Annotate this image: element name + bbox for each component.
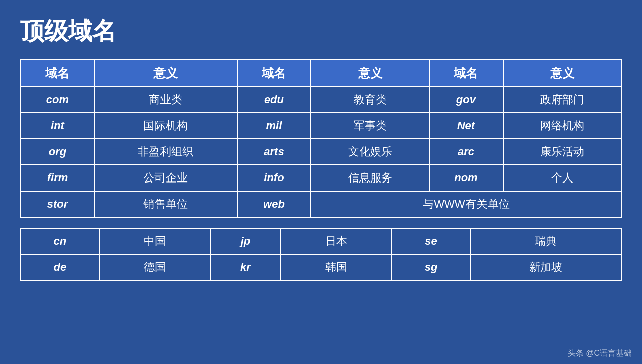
- country-domain-cell: se: [392, 228, 470, 254]
- col-header-domain2: 域名: [237, 60, 311, 87]
- meaning-cell: 个人: [503, 165, 621, 191]
- domain-cell: arts: [237, 139, 311, 165]
- domain-cell: stor: [21, 191, 94, 217]
- table-row: stor销售单位web与WWW有关单位: [21, 191, 621, 217]
- domain-cell: web: [237, 191, 311, 217]
- country-domain-cell: de: [21, 254, 99, 280]
- domain-cell: edu: [237, 87, 311, 113]
- tld-table: 域名 意义 域名 意义 域名 意义 com商业类edu教育类gov政府部门int…: [20, 59, 622, 218]
- col-header-domain1: 域名: [21, 60, 94, 87]
- main-table-container: 域名 意义 域名 意义 域名 意义 com商业类edu教育类gov政府部门int…: [20, 59, 622, 218]
- meaning-cell: 文化娱乐: [311, 139, 429, 165]
- meaning-cell: 销售单位: [94, 191, 237, 217]
- domain-cell: org: [21, 139, 94, 165]
- domain-cell: int: [21, 113, 94, 139]
- meaning-cell: 非盈利组织: [94, 139, 237, 165]
- domain-cell: info: [237, 165, 311, 191]
- meaning-cell: 信息服务: [311, 165, 429, 191]
- domain-cell: mil: [237, 113, 311, 139]
- domain-cell: com: [21, 87, 94, 113]
- country-domain-cell: jp: [211, 228, 280, 254]
- country-domain-cell: cn: [21, 228, 99, 254]
- meaning-cell: 国际机构: [94, 113, 237, 139]
- table-row: cn中国jp日本se瑞典: [21, 228, 621, 254]
- col-header-meaning1: 意义: [94, 60, 237, 87]
- domain-cell: Net: [429, 113, 503, 139]
- table-row: firm公司企业info信息服务nom个人: [21, 165, 621, 191]
- meaning-cell: 康乐活动: [503, 139, 621, 165]
- country-domain-cell: sg: [392, 254, 470, 280]
- domain-cell: arc: [429, 139, 503, 165]
- table-row: com商业类edu教育类gov政府部门: [21, 87, 621, 113]
- domain-cell: gov: [429, 87, 503, 113]
- country-meaning-cell: 韩国: [280, 254, 392, 280]
- meaning-cell: 商业类: [94, 87, 237, 113]
- meaning-cell: 教育类: [311, 87, 429, 113]
- country-tld-table: cn中国jp日本se瑞典de德国kr韩国sg新加坡: [20, 228, 622, 281]
- table-row: org非盈利组织arts文化娱乐arc康乐活动: [21, 139, 621, 165]
- country-meaning-cell: 日本: [280, 228, 392, 254]
- meaning-cell: 公司企业: [94, 165, 237, 191]
- meaning-cell: 政府部门: [503, 87, 621, 113]
- country-meaning-cell: 瑞典: [470, 228, 621, 254]
- col-header-meaning3: 意义: [503, 60, 621, 87]
- country-meaning-cell: 新加坡: [470, 254, 621, 280]
- domain-cell: nom: [429, 165, 503, 191]
- country-domain-cell: kr: [211, 254, 280, 280]
- page-title: 顶级域名: [20, 15, 622, 47]
- meaning-cell: 与WWW有关单位: [311, 191, 621, 217]
- domain-cell: firm: [21, 165, 94, 191]
- meaning-cell: 网络机构: [503, 113, 621, 139]
- col-header-meaning2: 意义: [311, 60, 429, 87]
- country-table-container: cn中国jp日本se瑞典de德国kr韩国sg新加坡: [20, 228, 622, 281]
- country-meaning-cell: 德国: [99, 254, 211, 280]
- meaning-cell: 军事类: [311, 113, 429, 139]
- country-meaning-cell: 中国: [99, 228, 211, 254]
- table-row: int国际机构mil军事类Net网络机构: [21, 113, 621, 139]
- watermark-text: 头条 @C语言基础: [568, 348, 632, 359]
- col-header-domain3: 域名: [429, 60, 503, 87]
- table-header-row: 域名 意义 域名 意义 域名 意义: [21, 60, 621, 87]
- table-row: de德国kr韩国sg新加坡: [21, 254, 621, 280]
